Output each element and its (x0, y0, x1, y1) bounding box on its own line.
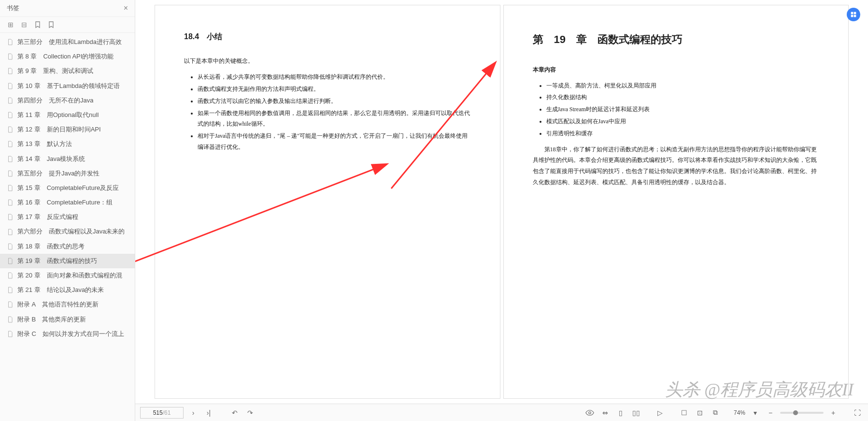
bookmark-page-icon (7, 156, 14, 162)
bookmark-page-icon (7, 53, 14, 60)
zoom-in-button[interactable]: + (827, 407, 839, 419)
page-number-input[interactable]: 515/61 (140, 407, 184, 419)
svg-point-7 (589, 411, 591, 414)
bookmark-page-icon (7, 331, 14, 337)
collapse-icon[interactable]: ⊟ (20, 21, 28, 29)
sidebar-item[interactable]: 第 10 章 基于Lambda的领域特定语 (0, 79, 135, 93)
sidebar-item[interactable]: 第 14 章 Java模块系统 (0, 152, 135, 166)
svg-rect-0 (851, 12, 854, 15)
slider-thumb[interactable] (793, 410, 798, 415)
sidebar-item[interactable]: 附录 B 其他类库的更新 (0, 312, 135, 327)
bookmark-page-icon (7, 97, 14, 104)
close-icon[interactable]: × (124, 4, 128, 13)
chapter-contents-list: 一等成员、高阶方法、柯里化以及局部应用持久化数据结构生成Java Stream时… (533, 80, 820, 139)
bookmark-page-icon (7, 141, 14, 147)
sidebar-item[interactable]: 第四部分 无所不在的Java (0, 93, 135, 108)
list-item: 函数式编程支持无副作用的方法和声明式编程。 (198, 84, 471, 95)
bookmark-label: 第 18 章 函数式的思考 (17, 242, 85, 251)
sidebar-item[interactable]: 第 20 章 面向对象和函数式编程的混 (0, 268, 135, 283)
pages-container: 18.4 小结 以下是本章中的关键概念。 从长远看，减少共享的可变数据结构能帮助… (135, 0, 868, 404)
sidebar-item[interactable]: 第 13 章 默认方法 (0, 137, 135, 151)
bookmark-page-icon (7, 316, 14, 323)
bookmark-page-icon (7, 39, 14, 45)
sidebar-item[interactable]: 第 11 章 用Optional取代null (0, 108, 135, 122)
view-mode-2-icon[interactable]: ⊡ (694, 407, 706, 419)
zoom-out-button[interactable]: − (765, 407, 776, 419)
fullscreen-icon[interactable]: ⛶ (852, 407, 863, 419)
svg-rect-1 (854, 12, 856, 15)
sidebar-item[interactable]: 第 19 章 函数式编程的技巧 (0, 254, 135, 268)
list-item: 模式匹配以及如何在Java中应用 (546, 116, 820, 127)
svg-rect-2 (851, 15, 854, 17)
bookmark-page-icon (7, 185, 14, 191)
rotate-right-icon[interactable]: ↷ (244, 407, 256, 419)
list-item: 引用透明性和缓存 (546, 128, 820, 139)
sidebar-item[interactable]: 第 17 章 反应式编程 (0, 210, 135, 224)
bookmark-list: 第三部分 使用流和Lambda进行高效第 8 章 Collection API的… (0, 33, 135, 421)
dropdown-icon[interactable]: ▾ (749, 407, 761, 419)
bookmark-label: 第 13 章 默认方法 (17, 140, 72, 148)
sidebar-item[interactable]: 第 15 章 CompletableFuture及反应 (0, 181, 135, 195)
play-icon[interactable]: ▷ (655, 407, 666, 419)
svg-rect-3 (854, 15, 856, 17)
chapter-subheading: 本章内容 (533, 64, 820, 75)
fit-width-icon[interactable]: ⇔ (599, 407, 611, 419)
eye-icon[interactable] (584, 407, 596, 419)
bookmark-icon[interactable] (47, 21, 55, 29)
rotate-left-icon[interactable]: ↶ (229, 407, 241, 419)
viewer-footer: 515/61 › ›| ↶ ↷ ⇔ ▯ ▯▯ ▷ ☐ ⊡ ⧉ 74% ▾ − (135, 404, 868, 421)
sidebar-item[interactable]: 第 16 章 CompletableFuture：组 (0, 195, 135, 210)
sidebar-item[interactable]: 附录 C 如何以并发方式在同一个流上 (0, 327, 135, 341)
list-item: 函数式方法可以由它的输入参数及输出结果进行判断。 (198, 96, 471, 107)
sidebar-item[interactable]: 第六部分 函数式编程以及Java未来的 (0, 224, 135, 239)
bookmark-label: 第 11 章 用Optional取代null (17, 111, 99, 119)
expand-icon[interactable]: ⊞ (7, 21, 14, 29)
bookmark-label: 第 10 章 基于Lambda的领域特定语 (17, 82, 120, 90)
bookmark-label: 附录 A 其他语言特性的更新 (17, 300, 99, 309)
bookmark-page-icon (7, 272, 14, 279)
bookmark-label: 第 8 章 Collection API的增强功能 (17, 52, 114, 61)
bookmark-page-icon (7, 83, 14, 89)
current-page: 515 (153, 409, 163, 416)
bookmark-label: 第五部分 提升Java的并发性 (17, 169, 100, 178)
bookmark-page-icon (7, 68, 14, 74)
bookmark-label: 附录 C 如何以并发方式在同一个流上 (17, 330, 124, 338)
view-mode-3-icon[interactable]: ⧉ (710, 407, 721, 419)
bookmark-label: 第 15 章 CompletableFuture及反应 (17, 184, 119, 192)
zoom-slider[interactable] (780, 412, 824, 414)
sidebar-item[interactable]: 第 21 章 结论以及Java的未来 (0, 283, 135, 297)
bookmark-page-icon (7, 214, 14, 220)
list-item: 生成Java Stream时的延迟计算和延迟列表 (546, 104, 820, 115)
sidebar-item[interactable]: 第三部分 使用流和Lambda进行高效 (0, 35, 135, 49)
bookmark-label: 第 12 章 新的日期和时间API (17, 125, 101, 134)
floating-action-button[interactable] (847, 8, 860, 21)
bookmark-outline-icon[interactable] (34, 21, 42, 29)
list-item: 持久化数据结构 (546, 92, 820, 103)
bookmarks-sidebar: 书签 × ⊞ ⊟ 第三部分 使用流和Lambda进行高效第 8 章 Collec… (0, 0, 135, 421)
last-page-button[interactable]: ›| (203, 407, 214, 419)
bookmark-label: 第 20 章 面向对象和函数式编程的混 (17, 271, 122, 280)
bookmark-page-icon (7, 287, 14, 293)
bookmark-page-icon (7, 301, 14, 308)
two-page-icon[interactable]: ▯▯ (630, 407, 642, 419)
chapter-intro-paragraph: 第18章中，你了解了如何进行函数式的思考；以构造无副作用方法的思想指导你的程序设… (533, 144, 820, 188)
sidebar-item[interactable]: 第 12 章 新的日期和时间API (0, 122, 135, 137)
bookmark-label: 第 19 章 函数式编程的技巧 (17, 257, 97, 265)
bookmark-label: 第 17 章 反应式编程 (17, 213, 78, 221)
bookmark-label: 第 21 章 结论以及Java的未来 (17, 286, 104, 294)
summary-list: 从长远看，减少共享的可变数据结构能帮助你降低维护和调试程序的代价。函数式编程支持… (184, 72, 471, 153)
sidebar-item[interactable]: 第 18 章 函数式的思考 (0, 239, 135, 254)
sidebar-item[interactable]: 第 9 章 重构、测试和调试 (0, 64, 135, 78)
view-mode-1-icon[interactable]: ☐ (679, 407, 690, 419)
sidebar-item[interactable]: 第五部分 提升Java的并发性 (0, 166, 135, 181)
page-right: 第 19 章 函数式编程的技巧 本章内容 一等成员、高阶方法、柯里化以及局部应用… (503, 5, 849, 399)
sidebar-item[interactable]: 第 8 章 Collection API的增强功能 (0, 49, 135, 64)
sidebar-header: 书签 × (0, 0, 135, 17)
chapter-heading: 第 19 章 函数式编程的技巧 (533, 29, 820, 50)
sidebar-title: 书签 (7, 4, 19, 13)
list-item: 一等成员、高阶方法、柯里化以及局部应用 (546, 80, 820, 91)
sidebar-item[interactable]: 附录 A 其他语言特性的更新 (0, 297, 135, 312)
next-page-button[interactable]: › (187, 407, 199, 419)
single-page-icon[interactable]: ▯ (615, 407, 626, 419)
bookmark-page-icon (7, 126, 14, 133)
